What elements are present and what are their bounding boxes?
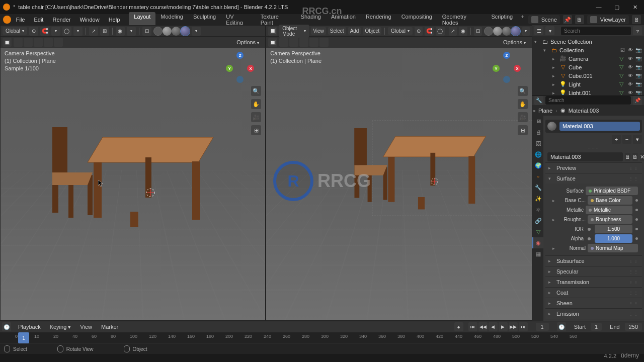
viewlayer-new-button[interactable]: 🗎	[632, 15, 641, 24]
tree-row-light-001[interactable]: ▸ 💡 Light.001 ▽ 👁 📷	[532, 88, 644, 95]
outliner-filter-button[interactable]: ▿	[633, 26, 642, 35]
timeline-type-button[interactable]: 🕐	[2, 322, 11, 331]
blender-menu-icon[interactable]	[3, 16, 11, 24]
tl-playback[interactable]: Playback	[16, 323, 43, 331]
mat-remove-button[interactable]: −	[622, 135, 631, 144]
bc-material[interactable]: Material.003	[569, 108, 599, 114]
tree-row-cube[interactable]: ▸ ▽ Cube ▽ 👁 📷	[532, 63, 644, 71]
scene-selector[interactable]: Scene	[528, 15, 560, 24]
panel-transmission-header[interactable]: ▸Transmission⋮⋮	[545, 277, 642, 287]
menu-render[interactable]: Render	[48, 15, 74, 24]
prev-key-button[interactable]: ◀◀	[478, 322, 488, 331]
zoom-button-r[interactable]: 🔍	[518, 86, 528, 96]
rendered-shading[interactable]	[181, 27, 190, 36]
panel-specular-header[interactable]: ▸Specular⋮⋮	[545, 266, 642, 277]
outliner-search-input[interactable]	[561, 27, 631, 35]
autokey-button[interactable]: ●	[454, 322, 463, 331]
axis-x-icon-r[interactable]: X	[514, 65, 521, 72]
mode-dropdown[interactable]: Object Mode▾	[279, 25, 309, 38]
orientation-dropdown-r[interactable]: Global▾	[388, 27, 413, 35]
tl-keying[interactable]: Keying ▾	[48, 323, 73, 331]
panel-coat-header[interactable]: ▸Coat⋮⋮	[545, 288, 642, 298]
menu-object[interactable]: Object	[363, 27, 381, 35]
axis-x-icon[interactable]: X	[247, 65, 254, 72]
panel-sheen-header[interactable]: ▸Sheen⋮⋮	[545, 298, 642, 308]
editor-type-button-r2[interactable]: 🔲	[268, 38, 277, 47]
visibility-toggle[interactable]: 👁	[627, 89, 634, 96]
ptab-constraints[interactable]: 🔗	[532, 215, 543, 226]
axis-y-icon[interactable]: Y	[226, 65, 233, 72]
pan-button-r[interactable]: ✋	[518, 99, 528, 109]
overlay-toggle-r[interactable]: ◉	[459, 27, 467, 36]
ptab-render[interactable]: 🖥	[532, 116, 543, 127]
start-frame-input[interactable]: 1	[591, 323, 602, 331]
node-link-dot[interactable]	[635, 228, 638, 230]
timeline-ruler[interactable]: 1 01020406080100120140160180200220240260…	[0, 332, 644, 343]
node-link-dot[interactable]	[635, 218, 638, 221]
render-toggle[interactable]: 📷	[635, 64, 642, 71]
viewlayer-selector[interactable]: ViewLayer	[587, 15, 629, 24]
nav-gizmo-left[interactable]: Z Y X	[225, 52, 255, 82]
render-view-left[interactable]	[1, 48, 265, 320]
material-slot-name[interactable]	[559, 122, 640, 131]
prop-basecolor-value[interactable]: Base Color	[588, 196, 632, 205]
tool-cursor-r[interactable]	[279, 38, 288, 47]
maximize-button[interactable]: ▢	[611, 3, 623, 12]
proportional-dropdown[interactable]: ▾	[73, 27, 83, 36]
snap-dropdown[interactable]: ▾	[51, 27, 60, 36]
exclude-toggle[interactable]: ☑	[619, 47, 626, 54]
ptab-world[interactable]: 🌍	[532, 160, 543, 171]
viewport-left[interactable]: Global▾ ⊙ 🧲 ▾ ◯ ▾ ↗ ⊞ ◉ ▾ ⊡	[0, 25, 266, 321]
menu-view[interactable]: View	[311, 27, 326, 35]
prop-metallic-value[interactable]: Metallic	[586, 206, 632, 214]
properties-content[interactable]: + − ▾ ⋯⋯⋯ 🗎 🗎 ✕ ▾ ▸ Preview	[543, 116, 644, 321]
overlay-toggle[interactable]: ◉	[116, 27, 125, 36]
visibility-toggle[interactable]: 👁	[627, 72, 634, 79]
perspective-button[interactable]: ⊞	[251, 125, 261, 135]
camera-button-r[interactable]: 🎥	[518, 112, 528, 122]
pan-button[interactable]: ✋	[251, 99, 261, 109]
visibility-toggle[interactable]: 👁	[627, 47, 634, 54]
outliner-type-button[interactable]: ☰	[534, 26, 543, 35]
ptab-texture[interactable]: ▦	[532, 248, 543, 259]
tl-marker[interactable]: Marker	[99, 323, 120, 331]
menu-edit[interactable]: Edit	[30, 15, 47, 24]
play-reverse-button[interactable]: ◀	[489, 322, 498, 331]
visibility-toggle[interactable]: 👁	[627, 55, 634, 62]
props-type-button[interactable]: 🔧	[534, 96, 543, 105]
options-button-right[interactable]: Options ▾	[499, 38, 530, 46]
tl-view[interactable]: View	[78, 323, 94, 331]
frame-range-button[interactable]: 🕐	[557, 322, 566, 331]
tree-row-camera[interactable]: ▸ 🎥 Camera ▽ 👁 📷	[532, 54, 644, 63]
axis-z-icon[interactable]: Z	[236, 52, 244, 59]
next-key-button[interactable]: ▶▶	[509, 322, 518, 331]
tool-move-r[interactable]	[299, 38, 308, 47]
camera-button[interactable]: 🎥	[251, 112, 261, 122]
menu-file[interactable]: File	[12, 15, 29, 24]
menu-add[interactable]: Add	[348, 27, 361, 35]
panel-surface-header[interactable]: ▾ Surface ⋮⋮	[545, 173, 642, 184]
snap-button[interactable]: 🧲	[40, 27, 49, 36]
end-frame-input[interactable]: 250	[625, 323, 642, 331]
mat-new-button[interactable]: 🗎	[632, 153, 638, 161]
options-button-left[interactable]: Options ▾	[232, 38, 263, 46]
panel-emission-header[interactable]: ▸Emission⋮⋮	[545, 309, 642, 319]
mat-unlink-button[interactable]: ✕	[640, 153, 644, 161]
mat-users-button[interactable]: 🗎	[625, 153, 630, 161]
proportional-button[interactable]: ◯	[62, 27, 71, 36]
props-pin-button[interactable]: 📌	[633, 96, 642, 105]
visibility-toggle[interactable]: 👁	[627, 64, 634, 71]
render-toggle[interactable]: 📷	[635, 55, 642, 62]
rendered-shading-r[interactable]	[511, 27, 520, 36]
ptab-material[interactable]: ◉	[532, 237, 543, 248]
minimize-button[interactable]: —	[593, 3, 605, 12]
solid-shading[interactable]	[163, 27, 172, 36]
menu-window[interactable]: Window	[76, 15, 104, 24]
menu-help[interactable]: Help	[105, 15, 124, 24]
scene-new-button[interactable]: 🗎	[575, 15, 584, 24]
play-button[interactable]: ▶	[499, 322, 508, 331]
overlay-dropdown[interactable]: ▾	[127, 27, 136, 36]
tree-row-scene[interactable]: ▾ 🗀 Scene Collection	[532, 37, 644, 46]
jump-start-button[interactable]: ⏮	[468, 322, 477, 331]
outliner-tree[interactable]: ▾ 🗀 Scene Collection ▾ 🗀 Collection ☑ 👁 …	[532, 36, 644, 95]
